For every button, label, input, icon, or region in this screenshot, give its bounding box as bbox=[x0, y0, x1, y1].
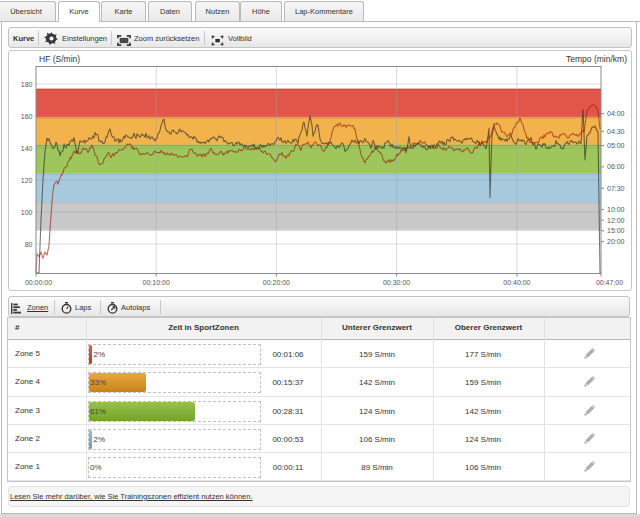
svg-text:HF (S/min): HF (S/min) bbox=[39, 54, 80, 64]
svg-text:15:00: 15:00 bbox=[607, 227, 625, 234]
svg-text:05:00: 05:00 bbox=[607, 142, 625, 149]
svg-text:04:30: 04:30 bbox=[607, 128, 625, 135]
svg-text:00:40:00: 00:40:00 bbox=[503, 279, 530, 286]
svg-text:180: 180 bbox=[21, 81, 33, 88]
svg-text:00:30:00: 00:30:00 bbox=[383, 279, 410, 286]
svg-text:07:30: 07:30 bbox=[607, 185, 625, 192]
svg-text:160: 160 bbox=[21, 113, 33, 120]
svg-text:10:00: 10:00 bbox=[607, 206, 625, 213]
svg-text:04:00: 04:00 bbox=[607, 110, 625, 117]
svg-text:12:00: 12:00 bbox=[607, 217, 625, 224]
svg-text:00:10:00: 00:10:00 bbox=[143, 279, 170, 286]
svg-text:120: 120 bbox=[21, 177, 33, 184]
svg-text:Tempo (min/km): Tempo (min/km) bbox=[566, 54, 627, 64]
svg-text:00:47:00: 00:47:00 bbox=[596, 279, 623, 286]
svg-text:00:20:00: 00:20:00 bbox=[263, 279, 290, 286]
svg-text:100: 100 bbox=[21, 209, 33, 216]
svg-text:140: 140 bbox=[21, 145, 33, 152]
svg-text:00:00:00: 00:00:00 bbox=[25, 279, 52, 286]
svg-text:20:00: 20:00 bbox=[607, 238, 625, 245]
svg-text:80: 80 bbox=[25, 241, 33, 248]
svg-text:06:00: 06:00 bbox=[607, 163, 625, 170]
